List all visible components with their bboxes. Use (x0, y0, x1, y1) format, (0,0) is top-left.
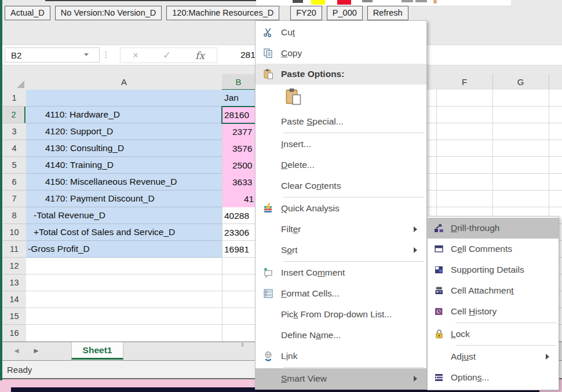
cell-B11[interactable]: 16981 (222, 241, 255, 258)
row-header-12[interactable]: 12 (3, 258, 25, 274)
insert-function-icon[interactable]: fx (195, 50, 205, 61)
menu-item-sort[interactable]: Sort (256, 240, 426, 261)
cell-A1[interactable] (26, 90, 222, 107)
cell-B5[interactable]: 2500 (222, 157, 255, 174)
row-header-5[interactable]: 5 (3, 157, 25, 174)
row-header-2[interactable]: 2 (3, 107, 25, 123)
pov-button-actual-d[interactable]: Actual_D (5, 6, 50, 20)
submenu-arrow-icon (414, 226, 426, 232)
format_cells-icon (256, 288, 281, 299)
paste-icon (284, 88, 302, 108)
menu-item-smart-view[interactable]: Smart View (256, 368, 426, 389)
row-header-14[interactable]: 14 (3, 291, 25, 308)
menu-item-insert[interactable]: Insert... (256, 134, 426, 155)
menu-item-cut[interactable]: Cut (256, 22, 426, 43)
col-header-edge[interactable] (549, 74, 562, 89)
pov-button-p-000[interactable]: P_000 (327, 6, 363, 20)
menu-item-label: Quick Analysis (281, 203, 414, 214)
cell-A2[interactable]: 4110: Hardware_D (26, 107, 222, 123)
row-header-6[interactable]: 6 (3, 174, 25, 190)
menu-item-label: Link (281, 351, 414, 361)
menu-item-filter[interactable]: Filter (256, 219, 426, 240)
menu-item-drill-through[interactable]: Drill-through (428, 218, 559, 239)
menu-item-label: Paste Options: (281, 69, 414, 79)
cell-A6[interactable]: 4150: Miscellaneous Revenue_D (26, 174, 222, 190)
menu-item-label: Clear Contents (281, 181, 414, 191)
cell-B4[interactable]: 3576 (222, 140, 255, 157)
row-header-7[interactable]: 7 (3, 190, 25, 207)
row-header-13[interactable]: 13 (3, 274, 25, 291)
pov-button-fy20[interactable]: FY20 (290, 6, 322, 20)
pov-button-refresh[interactable]: Refresh (367, 6, 408, 20)
menu-item-insert-comment[interactable]: Insert Comment (256, 262, 426, 283)
cell-B3[interactable]: 2377 (222, 123, 255, 140)
tiny-2-swatch (415, 0, 427, 2)
tab-sheet1[interactable]: Sheet1 (71, 342, 123, 360)
cell-A7[interactable]: 4170: Payment Discount_D (26, 190, 222, 207)
row-header-16[interactable]: 16 (3, 325, 25, 342)
menu-item-define-name[interactable]: Define Name... (256, 325, 426, 346)
menu-item-adjust[interactable]: Adjust (428, 346, 559, 367)
pov-toolbar: Actual_DNo Version:No Version_D120:Machi… (5, 6, 408, 20)
cancel-icon[interactable]: × (133, 50, 138, 61)
window-left-border (0, 0, 2, 380)
col-header-F[interactable]: F (436, 74, 493, 89)
row-header-8[interactable]: 8 (3, 207, 25, 224)
cell-B6[interactable]: 3633 (222, 174, 255, 190)
menu-item-lock[interactable]: Lock (428, 324, 559, 345)
submenu-arrow-icon (414, 376, 426, 382)
link-icon (256, 351, 281, 361)
cell_attachment-icon (428, 285, 451, 296)
menu-item-supporting-details[interactable]: Supporting Details (428, 259, 559, 280)
cell-A5[interactable]: 4140: Training_D (26, 157, 222, 174)
supporting_details-icon (428, 265, 451, 275)
selected-cell-border (221, 106, 257, 124)
menu-item-format-cells[interactable]: Format Cells... (256, 283, 426, 304)
pov-button-no-version-no-version-d[interactable]: No Version:No Version_D (55, 6, 162, 20)
row-header-11[interactable]: 11 (3, 241, 25, 258)
tab-scroll-left-icon[interactable]: ◄ (13, 346, 20, 355)
cell-A10[interactable]: +Total Cost of Sales and Service_D (26, 224, 222, 241)
tab-scroll-right-icon[interactable]: ► (32, 346, 40, 355)
menu-item-copy[interactable]: Copy (256, 43, 426, 64)
row-header-10[interactable]: 10 (3, 224, 25, 241)
col-header-A[interactable]: A (26, 74, 222, 89)
cell-A3[interactable]: 4120: Support_D (26, 123, 222, 140)
menu-item-cell-attachment[interactable]: Cell Attachment (428, 280, 559, 301)
row-header-15[interactable]: 15 (3, 308, 25, 325)
enter-icon[interactable]: ✓ (163, 49, 171, 61)
menu-item-label: Smart View (281, 373, 414, 384)
select-all-corner[interactable] (3, 74, 27, 90)
context-menu: CutCopyPaste Options:Paste Special...Ins… (255, 20, 427, 390)
menu-item-cell-comments[interactable]: Cell Comments (428, 239, 559, 259)
menu-item-pick-from-drop-down-list[interactable]: Pick From Drop-down List... (256, 304, 426, 325)
menu-item-link[interactable]: Link (256, 346, 426, 367)
row-header-1[interactable]: 1 (3, 90, 25, 107)
pov-button-120-machine-resources-d[interactable]: 120:Machine Resources_D (166, 6, 279, 20)
dark-bar-swatch (293, 0, 303, 3)
cell-A4[interactable]: 4130: Consulting_D (26, 140, 222, 157)
cell-B7[interactable]: 41 (222, 190, 255, 207)
cell-A11[interactable]: -Gross Profit_D (26, 241, 222, 258)
tab-splitter-handle[interactable] (242, 343, 243, 347)
cell-B8[interactable]: 40288 (222, 207, 255, 224)
menu-item-label: Supporting Details (451, 265, 546, 275)
menu-item-clear-contents[interactable]: Clear Contents (256, 175, 426, 196)
col-header-B[interactable]: B (222, 74, 256, 90)
menu-item-paste[interactable] (256, 85, 426, 111)
menu-item-options[interactable]: Options... (428, 367, 559, 388)
menu-item-paste-special[interactable]: Paste Special... (256, 111, 426, 132)
menu-item-quick-analysis[interactable]: Quick Analysis (256, 198, 426, 219)
cell-B1[interactable]: Jan (222, 90, 255, 107)
col-header-G[interactable]: G (492, 74, 549, 89)
options-icon (428, 372, 451, 383)
row-header-4[interactable]: 4 (3, 140, 25, 157)
row-header-3[interactable]: 3 (3, 123, 25, 140)
menu-item-paste-options[interactable]: Paste Options: (256, 64, 426, 85)
submenu-arrow-icon (546, 354, 559, 360)
menu-item-delete[interactable]: Delete... (256, 155, 426, 175)
name-box-dropdown-icon[interactable] (80, 47, 93, 61)
cell-A8[interactable]: -Total Revenue_D (26, 207, 222, 224)
cell-B10[interactable]: 23306 (222, 224, 255, 241)
menu-item-cell-history[interactable]: Cell History (428, 301, 559, 322)
